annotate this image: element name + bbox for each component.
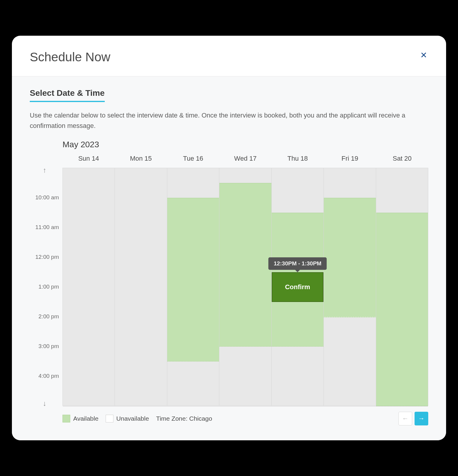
- day-header: Thu 18: [271, 155, 324, 168]
- time-label: 2:00 pm: [38, 313, 59, 320]
- modal-title: Schedule Now: [30, 50, 110, 64]
- day-column[interactable]: [376, 168, 428, 405]
- time-label: 10:00 am: [35, 194, 59, 201]
- legend: Available Unavailable Time Zone: Chicago…: [62, 412, 428, 425]
- available-block[interactable]: [219, 183, 271, 347]
- close-icon[interactable]: ✕: [419, 50, 428, 61]
- day-headers: Sun 14Mon 15Tue 16Wed 17Thu 18Fri 19Sat …: [62, 155, 428, 168]
- day-header: Sun 14: [62, 155, 115, 168]
- day-header: Sat 20: [376, 155, 428, 168]
- scroll-down-icon[interactable]: ↓: [43, 399, 46, 408]
- available-block[interactable]: [324, 198, 376, 317]
- modal-body: Select Date & Time Use the calendar belo…: [12, 76, 446, 440]
- day-column[interactable]: [219, 168, 271, 405]
- time-axis: ↑ ↓ 10:00 am11:00 am12:00 pm1:00 pm2:00 …: [30, 168, 62, 406]
- legend-available-label: Available: [73, 415, 99, 422]
- month-label: May 2023: [62, 140, 428, 149]
- legend-unavailable: Unavailable: [106, 415, 149, 422]
- section-description: Use the calendar below to select the int…: [30, 110, 428, 131]
- scroll-up-icon[interactable]: ↑: [43, 166, 46, 174]
- available-block[interactable]: [167, 198, 219, 361]
- section-title: Select Date & Time: [30, 88, 105, 102]
- time-label: 3:00 pm: [38, 343, 59, 350]
- schedule-modal: Schedule Now ✕ Select Date & Time Use th…: [12, 36, 446, 440]
- time-label: 4:00 pm: [38, 373, 59, 379]
- time-label: 1:00 pm: [38, 284, 59, 290]
- calendar-grid[interactable]: Confirm12:30PM - 1:30PM: [62, 168, 428, 406]
- unavailable-swatch: [106, 415, 113, 422]
- legend-available: Available: [62, 415, 99, 422]
- confirm-slot-button[interactable]: Confirm12:30PM - 1:30PM: [272, 272, 323, 302]
- day-header: Mon 15: [115, 155, 167, 168]
- next-week-button[interactable]: →: [415, 412, 428, 425]
- day-header: Tue 16: [167, 155, 219, 168]
- day-column[interactable]: Confirm12:30PM - 1:30PM: [272, 168, 324, 405]
- day-header: Fri 19: [324, 155, 376, 168]
- day-column[interactable]: [324, 168, 376, 405]
- calendar: May 2023 Sun 14Mon 15Tue 16Wed 17Thu 18F…: [30, 140, 428, 425]
- time-label: 11:00 am: [35, 224, 59, 231]
- legend-unavailable-label: Unavailable: [116, 415, 149, 422]
- available-swatch: [62, 415, 70, 422]
- day-column[interactable]: [167, 168, 219, 405]
- day-header: Wed 17: [219, 155, 272, 168]
- day-column[interactable]: [63, 168, 115, 405]
- legend-timezone: Time Zone: Chicago: [156, 415, 212, 422]
- time-label: 12:00 pm: [35, 254, 59, 260]
- calendar-grid-outer: ↑ ↓ 10:00 am11:00 am12:00 pm1:00 pm2:00 …: [30, 168, 428, 406]
- day-column[interactable]: [115, 168, 167, 405]
- modal-header: Schedule Now ✕: [12, 36, 446, 76]
- prev-week-button[interactable]: ←: [398, 412, 412, 425]
- week-pager: ← →: [398, 412, 428, 425]
- available-block[interactable]: [376, 213, 428, 406]
- time-tooltip: 12:30PM - 1:30PM: [268, 257, 327, 270]
- timezone-label: Time Zone: Chicago: [156, 415, 212, 422]
- gridline: [63, 406, 428, 406]
